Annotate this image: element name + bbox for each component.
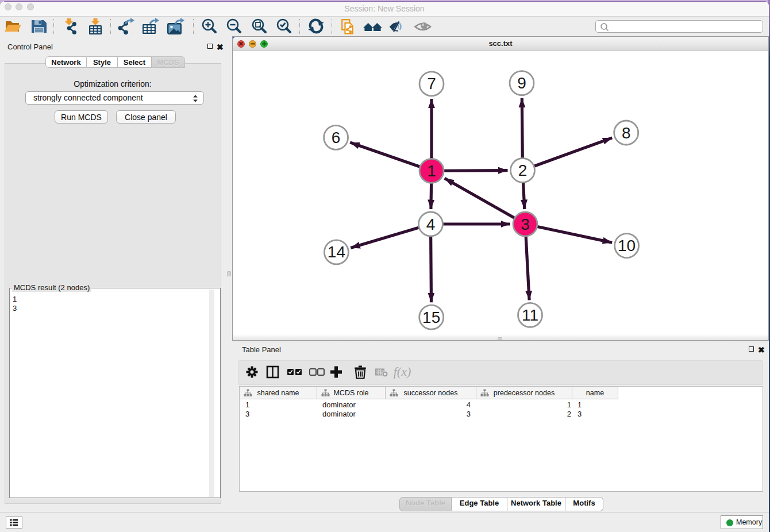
svg-text:7: 7 (427, 75, 436, 92)
svg-text:11: 11 (522, 306, 538, 324)
svg-text:15: 15 (422, 309, 440, 326)
svg-text:9: 9 (517, 74, 526, 92)
svg-text:6: 6 (332, 129, 341, 147)
svg-text:14: 14 (328, 243, 345, 261)
svg-text:f(x): f(x) (394, 364, 411, 379)
svg-text:4: 4 (426, 215, 436, 233)
svg-text:2: 2 (518, 161, 528, 179)
svg-text:1: 1 (427, 162, 436, 180)
svg-text:8: 8 (622, 124, 631, 142)
svg-text:3: 3 (521, 215, 530, 233)
svg-text:10: 10 (618, 237, 636, 255)
